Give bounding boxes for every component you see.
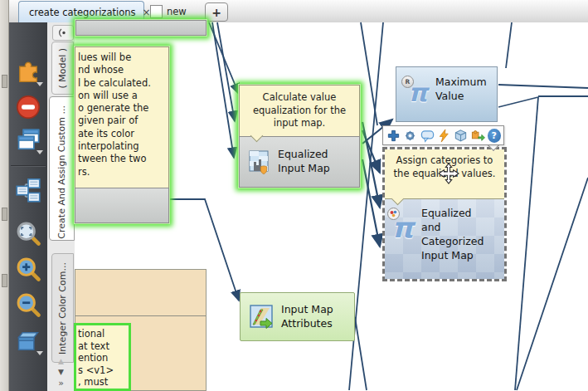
add-icon[interactable] [386, 128, 401, 144]
input-map-attributes-node[interactable]: Input Map Attributes [240, 292, 355, 341]
collapse-panel-button[interactable] [52, 25, 74, 41]
annotation-note-selected[interactable]: tional at text ention s <v1> , must [74, 323, 131, 391]
registry-badge: R [401, 76, 414, 88]
dropdown-caret-icon [36, 82, 43, 86]
module-hover-toolbar: ? [382, 125, 504, 145]
zoom-in-icon[interactable] [15, 256, 41, 282]
node-label: Equalized and Categorized Input Map [421, 206, 489, 262]
help-icon[interactable]: ? [488, 129, 501, 143]
strip-handle[interactable] [2, 208, 7, 221]
node-annotation: lues will be nd whose l be calculated. o… [75, 46, 169, 188]
package-cube-icon[interactable] [454, 128, 469, 144]
blank-page-icon [150, 5, 163, 18]
node-body[interactable]: π Equalized and Categorized Input Map [385, 199, 504, 279]
container-divider [75, 315, 206, 316]
strip-handle[interactable] [2, 75, 7, 88]
tab-new[interactable]: new [150, 2, 200, 21]
node-body[interactable] [75, 188, 169, 223]
zoom-selection-icon[interactable] [15, 220, 41, 247]
execute-lightning-icon[interactable] [436, 128, 451, 144]
tab-label: Integer Color Com... [57, 262, 68, 354]
tab-model[interactable]: ( Model ) [51, 42, 74, 95]
tab-label: new [167, 6, 187, 17]
tab-overflow-button[interactable]: » [47, 379, 75, 388]
tab-label: create categorizations [29, 7, 135, 18]
clipped-node-top[interactable] [75, 20, 207, 36]
equalized-map-icon [249, 150, 272, 175]
tab-create-and-assign-custom[interactable]: Create And Assign Custom ... [49, 96, 75, 241]
node-annotation: Calculate value equalization for the inp… [239, 85, 360, 136]
node-body[interactable]: Equalized Input Map [239, 136, 360, 188]
components-icon[interactable] [15, 59, 41, 86]
export-package-icon[interactable] [15, 328, 41, 354]
strip-handle[interactable] [2, 274, 7, 287]
equalized-input-map-node[interactable]: Calculate value equalization for the inp… [239, 85, 360, 188]
tab-scroll-up-button[interactable]: ▲ [47, 357, 75, 365]
workflow-tab-strip: ( Model ) Create And Assign Custom ... I… [47, 22, 75, 391]
add-tab-button[interactable]: + [205, 2, 228, 22]
tab-label: ( Model ) [57, 48, 68, 89]
collapsed-panel-strip[interactable] [0, 0, 9, 391]
node-label: Equalized Input Map [278, 147, 354, 175]
remove-icon[interactable] [15, 94, 41, 120]
comment-icon[interactable] [420, 128, 435, 144]
settings-gear-icon[interactable] [402, 128, 417, 144]
tab-integer-color-com[interactable]: Integer Color Com... [51, 253, 74, 363]
annotated-node-left[interactable]: lues will be nd whose l be calculated. o… [75, 46, 169, 223]
tab-scroll-down-button[interactable]: ▼ [47, 368, 75, 376]
add-plugin-icon[interactable] [470, 128, 485, 144]
tab-label: Create And Assign Custom ... [56, 105, 67, 239]
help-glyph: ? [492, 130, 497, 141]
node-label: Input Map Attributes [281, 302, 351, 330]
duplicate-view-icon[interactable] [15, 127, 41, 154]
main-toolbar [9, 22, 48, 391]
collapse-icon [57, 28, 69, 37]
node-label: Maximum Value [435, 75, 495, 103]
module-badge [387, 208, 400, 220]
diagram-layout-icon[interactable] [15, 177, 41, 203]
dropdown-caret-icon [36, 150, 43, 154]
maximum-value-node[interactable]: π R Maximum Value [396, 66, 498, 122]
map-attributes-icon [250, 305, 275, 330]
toolbar-divider [11, 165, 46, 167]
dropdown-caret-icon [36, 351, 43, 355]
zoom-out-icon[interactable] [15, 291, 41, 318]
move-cursor-icon [438, 163, 459, 184]
